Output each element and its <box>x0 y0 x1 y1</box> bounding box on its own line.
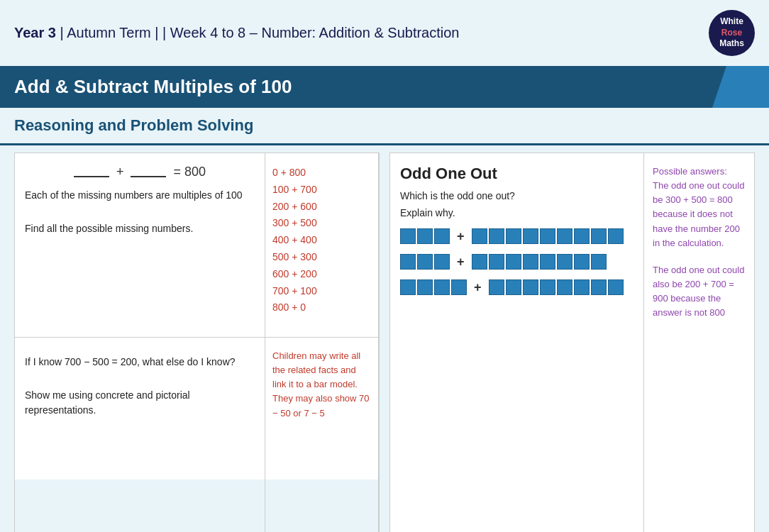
block <box>400 254 416 270</box>
plus-3: + <box>474 280 482 295</box>
block <box>400 279 416 295</box>
problem-bottom: If I know 700 − 500 = 200, what else do … <box>15 338 265 480</box>
section-title-bar: Reasoning and Problem Solving <box>0 108 769 145</box>
block <box>591 228 607 244</box>
problem1-desc1: Each of the missing numbers are multiple… <box>25 188 255 203</box>
block <box>591 279 607 295</box>
answer-200+600: 200 + 600 <box>272 199 371 216</box>
week-label: | Week 4 to 8 – <box>162 25 258 40</box>
blocks-left-3 <box>400 279 467 295</box>
blocks-row-2: + <box>400 254 634 270</box>
blocks-left-2 <box>400 254 450 270</box>
problem1-desc2: Find all the possible missing numbers. <box>25 221 255 236</box>
header-title: Year 3 | Autumn Term | | Week 4 to 8 – N… <box>14 25 459 41</box>
banner-accent <box>712 66 769 108</box>
block <box>591 254 607 270</box>
section-title: Reasoning and Problem Solving <box>14 116 755 135</box>
odd-question: Which is the odd one out? <box>400 190 634 201</box>
subject-text: Number: Addition & Subtraction <box>261 25 459 40</box>
answers-wrapper: 0 + 800 100 + 700 200 + 600 300 + 500 40… <box>265 153 379 532</box>
block <box>434 228 450 244</box>
year-label: Year 3 <box>14 25 56 40</box>
answer-100+700: 100 + 700 <box>272 182 371 199</box>
plus-2: + <box>457 255 465 270</box>
block <box>417 254 433 270</box>
block <box>417 228 433 244</box>
block <box>574 279 590 295</box>
possible-text1: The odd one out could be 300 + 500 = 800… <box>653 180 744 248</box>
possible-heading: Possible answers: The odd one out could … <box>653 165 746 250</box>
answers-bottom: Children may write all the related facts… <box>265 338 378 480</box>
possible-heading-text: Possible answers: <box>653 166 727 177</box>
block <box>506 254 521 270</box>
possible-text2: The odd one out could also be 200 + 700 … <box>653 265 744 318</box>
blocks-row-1: + <box>400 228 634 244</box>
block <box>417 279 433 295</box>
block <box>557 254 572 270</box>
block <box>489 279 504 295</box>
logo-white: White <box>720 16 743 28</box>
blocks-right-2 <box>472 254 607 270</box>
block <box>489 228 504 244</box>
block <box>506 279 521 295</box>
block <box>608 228 624 244</box>
plus-1: + <box>457 229 465 244</box>
odd-one-out-title: Odd One Out <box>400 165 634 183</box>
block <box>400 228 416 244</box>
block <box>557 279 572 295</box>
answer-700+100: 700 + 100 <box>272 283 371 300</box>
answer-300+500: 300 + 500 <box>272 215 371 232</box>
equation: + = 800 <box>25 165 255 179</box>
block <box>540 279 555 295</box>
block <box>540 228 555 244</box>
eq-equals: = 800 <box>173 165 206 179</box>
logo-maths: Maths <box>719 38 744 50</box>
possible-answers-column: Possible answers: The odd one out could … <box>644 153 754 532</box>
blocks-row-3: + <box>400 279 634 295</box>
logo-rose: Rose <box>721 28 742 39</box>
block <box>608 279 624 295</box>
block <box>540 254 555 270</box>
answer-500+300: 500 + 300 <box>272 249 371 266</box>
problem-column: + = 800 Each of the missing numbers are … <box>15 153 265 532</box>
possible-text2-para: The odd one out could also be 200 + 700 … <box>653 263 746 321</box>
blocks-right-3 <box>489 279 624 295</box>
block <box>523 279 538 295</box>
block <box>506 228 521 244</box>
main-content: + = 800 Each of the missing numbers are … <box>0 153 769 532</box>
blank2 <box>131 176 166 177</box>
blocks-right-1 <box>472 228 624 244</box>
block <box>574 254 590 270</box>
block <box>451 279 467 295</box>
block <box>472 254 487 270</box>
block <box>489 254 504 270</box>
term-label: Autumn Term <box>67 25 151 40</box>
problem2-answer: Children may write all the related facts… <box>272 349 371 421</box>
header: Year 3 | Autumn Term | | Week 4 to 8 – N… <box>0 0 769 66</box>
main-banner: Add & Subtract Multiples of 100 <box>0 66 769 108</box>
problem2-desc1: If I know 700 − 500 = 200, what else do … <box>25 355 255 370</box>
wrm-logo: White Rose Maths <box>709 10 755 56</box>
odd-explain: Explain why. <box>400 207 634 218</box>
block <box>434 254 450 270</box>
answer-400+400: 400 + 400 <box>272 232 371 249</box>
right-section: Odd One Out Which is the odd one out? Ex… <box>389 153 755 532</box>
block <box>557 228 572 244</box>
answer-0+800: 0 + 800 <box>272 165 371 182</box>
problem-top: + = 800 Each of the missing numbers are … <box>15 153 265 338</box>
block <box>472 228 487 244</box>
separator2: | <box>155 25 162 40</box>
blank1 <box>74 176 109 177</box>
blocks-left-1 <box>400 228 450 244</box>
answer-800+0: 800 + 0 <box>272 299 371 316</box>
answers-top: 0 + 800 100 + 700 200 + 600 300 + 500 40… <box>265 153 378 338</box>
block <box>523 254 538 270</box>
answer-600+200: 600 + 200 <box>272 266 371 283</box>
block <box>434 279 450 295</box>
left-section: + = 800 Each of the missing numbers are … <box>14 153 380 532</box>
block <box>523 228 538 244</box>
block <box>574 228 590 244</box>
odd-one-out-column: Odd One Out Which is the odd one out? Ex… <box>390 153 644 532</box>
problem2-desc2: Show me using concrete and pictorial rep… <box>25 388 255 418</box>
separator1: | <box>60 25 67 40</box>
